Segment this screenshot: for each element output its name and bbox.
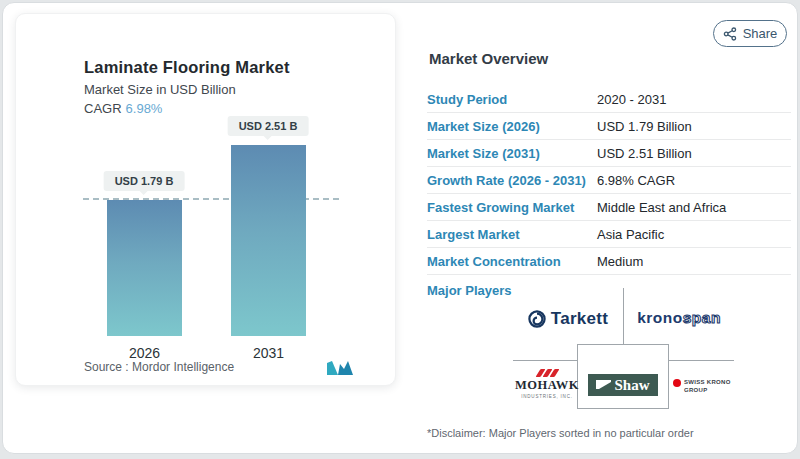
swiss-krono-icon: [673, 379, 681, 387]
shaw-swoosh-icon: [596, 379, 612, 391]
row-value: 6.98% CAGR: [597, 173, 675, 188]
share-icon: [723, 27, 737, 41]
mohawk-wordmark: MOHAWK: [508, 378, 586, 393]
table-row: Market Size (2026) USD 1.79 Billion: [427, 113, 791, 140]
tarkett-wordmark: Tarkett: [551, 309, 609, 329]
table-row: Study Period 2020 - 2031: [427, 86, 791, 113]
table-row: Fastest Growing Market Middle East and A…: [427, 194, 791, 221]
kronospan-logo: kronospan: [627, 309, 731, 327]
swiss-krono-logo: SWISS KRONO GROUP: [673, 378, 743, 394]
shaw-logo: Shaw: [588, 374, 658, 396]
overview-title: Market Overview: [429, 50, 548, 67]
cagr-value: 6.98%: [126, 101, 163, 116]
table-row: Market Concentration Medium: [427, 248, 791, 275]
row-label: Growth Rate (2026 - 2031): [427, 173, 597, 188]
tarkett-logo: Tarkett: [516, 306, 620, 332]
row-value: USD 1.79 Billion: [597, 119, 692, 134]
table-row: Largest Market Asia Pacific: [427, 221, 791, 248]
overview-table: Study Period 2020 - 2031 Market Size (20…: [427, 86, 791, 275]
share-button[interactable]: Share: [713, 20, 787, 47]
disclaimer-text: *Disclaimer: Major Players sorted in no …: [427, 427, 694, 439]
row-value: 2020 - 2031: [597, 92, 666, 107]
mordor-intelligence-logo-icon: [327, 361, 353, 375]
bar-value-label-2031: USD 2.51 B: [228, 116, 309, 136]
table-row: Growth Rate (2026 - 2031) 6.98% CAGR: [427, 167, 791, 194]
chart-subtitle: Market Size in USD Billion: [84, 82, 236, 97]
cagr-line: CAGR6.98%: [84, 101, 162, 116]
row-label: Fastest Growing Market: [427, 200, 597, 215]
bar-value-label-2026: USD 1.79 B: [104, 171, 185, 191]
row-value: Asia Pacific: [597, 227, 664, 242]
swiss-krono-wordmark: SWISS KRONO GROUP: [684, 378, 731, 394]
tarkett-icon: [528, 310, 546, 328]
kronospan-wordmark-solid: krono: [637, 309, 683, 326]
major-players-label: Major Players: [427, 283, 512, 298]
source-row: Source : Mordor Intelligence: [84, 358, 375, 376]
row-value: USD 2.51 Billion: [597, 146, 692, 161]
grid-divider: [669, 360, 734, 361]
grid-divider: [513, 360, 577, 361]
bar-2031: [231, 145, 306, 336]
cagr-label: CAGR: [84, 101, 122, 116]
row-label: Largest Market: [427, 227, 597, 242]
row-label: Market Size (2026): [427, 119, 597, 134]
share-label: Share: [743, 26, 778, 41]
mohawk-logo: MOHAWK INDUSTRIES, INC.: [508, 369, 586, 399]
row-label: Market Size (2031): [427, 146, 597, 161]
shaw-wordmark: Shaw: [614, 377, 649, 394]
source-value: Mordor Intelligence: [132, 360, 234, 374]
row-value: Middle East and Africa: [597, 200, 726, 215]
mohawk-chevrons-icon: [508, 369, 586, 377]
source-label: Source :: [84, 360, 129, 374]
table-row: Market Size (2031) USD 2.51 Billion: [427, 140, 791, 167]
row-value: Medium: [597, 254, 643, 269]
grid-divider: [623, 288, 624, 344]
row-label: Market Concentration: [427, 254, 597, 269]
report-card: Share Laminate Flooring Market Market Si…: [2, 2, 798, 454]
bar-2026: [107, 200, 182, 336]
chart-card: Laminate Flooring Market Market Size in …: [15, 13, 396, 386]
row-label: Study Period: [427, 92, 597, 107]
kronospan-wordmark-outline: span: [683, 309, 721, 326]
chart-title: Laminate Flooring Market: [84, 58, 290, 77]
mohawk-subtext: INDUSTRIES, INC.: [508, 394, 586, 399]
